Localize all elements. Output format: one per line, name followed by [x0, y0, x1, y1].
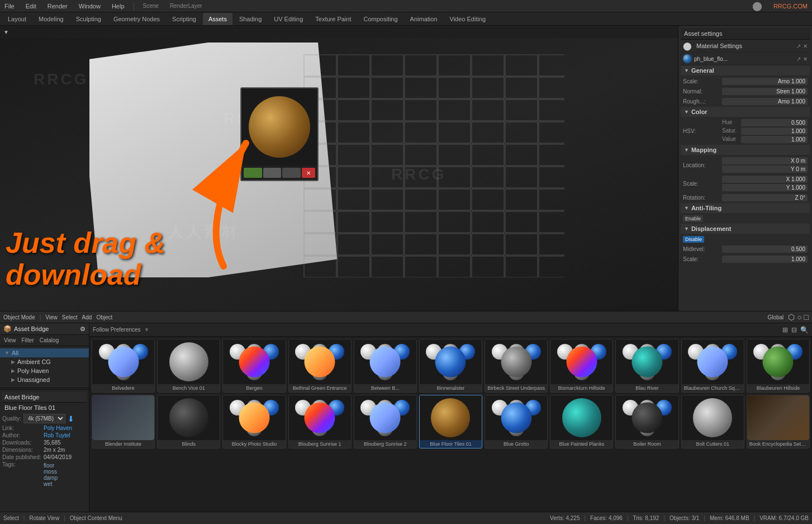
tab-uv-editing[interactable]: UV Editing — [268, 13, 308, 25]
color-section[interactable]: ▼ Color — [681, 107, 810, 117]
loc-x[interactable]: X 0 m — [722, 157, 808, 164]
asset-item-14[interactable]: Blocky Photo Studio — [222, 395, 286, 449]
mat-link-icon[interactable]: ↗ — [796, 56, 801, 62]
general-section[interactable]: ▼ General — [681, 65, 810, 75]
asset-item-15[interactable]: Blouberg Sunrise 1 — [288, 395, 352, 449]
tab-texture-paint[interactable]: Texture Paint — [310, 13, 357, 25]
scale-m-label: Scale: — [683, 181, 722, 187]
scale-x[interactable]: X 1.000 — [722, 176, 808, 183]
asset-item-22[interactable]: Book Encyclopedia Set 01 — [747, 395, 810, 449]
asset-item-12[interactable]: Blender Institute — [92, 395, 155, 449]
tab-compositing[interactable]: Compositing — [358, 13, 403, 25]
tab-assets[interactable]: Assets — [203, 13, 232, 25]
midlevel-value[interactable]: 0.500 — [722, 246, 808, 253]
asset-label-15: Blouberg Sunrise 1 — [289, 440, 351, 448]
loc-y[interactable]: Y 0 m — [722, 166, 808, 173]
tab-scripting[interactable]: Scripting — [167, 13, 202, 25]
asset-item-19[interactable]: Blue Painted Planks — [550, 395, 613, 449]
object-mode-select[interactable]: Object Mode — [3, 314, 35, 320]
asset-item-17[interactable]: Blue Floor Tiles 01 — [419, 395, 482, 449]
asset-item-11[interactable]: Blaubeuren Hillside — [747, 339, 810, 393]
material-popup[interactable]: ✕ — [240, 87, 319, 181]
asset-item-18[interactable]: Blue Grotto — [485, 395, 548, 449]
toolbar-global[interactable]: Global — [767, 314, 783, 320]
tab-animation[interactable]: Animation — [405, 13, 443, 25]
scale-value[interactable]: Arno 1.000 — [722, 78, 808, 85]
asset-item-21[interactable]: Bolt Cutters 01 — [681, 395, 744, 449]
link-val[interactable]: Poly Haven — [44, 425, 87, 431]
popup-btn-red[interactable]: ✕ — [302, 168, 315, 178]
asset-item-9[interactable]: Blau River — [615, 339, 678, 393]
asset-item-13[interactable]: Blinds — [157, 395, 220, 449]
material-settings-row[interactable]: ⬤ Material Settings ↗ ✕ — [681, 40, 810, 53]
asset-item-8[interactable]: Bismarckturn Hillside — [550, 339, 613, 393]
sidebar-catalog[interactable]: Catalog — [38, 337, 60, 344]
tab-sculpting[interactable]: Sculpting — [70, 13, 107, 25]
tree-poly-haven[interactable]: ▶ Poly Haven — [0, 366, 89, 375]
anti-tiling-section[interactable]: ▼ Anti-Tiling — [681, 203, 810, 213]
menu-help[interactable]: Help — [110, 2, 127, 10]
asset-item-6[interactable]: Binnenalster — [419, 339, 482, 393]
tab-geometry-nodes[interactable]: Geometry Nodes — [108, 13, 165, 25]
tab-shading[interactable]: Shading — [234, 13, 267, 25]
toolbar-add[interactable]: Add — [82, 314, 92, 320]
disable-button[interactable]: Disable — [683, 236, 704, 243]
asset-item-7[interactable]: Birbeck Street Underpass — [485, 339, 548, 393]
follow-dropdown[interactable]: ▼ — [144, 327, 150, 333]
status-select[interactable]: Select — [3, 515, 19, 521]
menu-file[interactable]: File — [2, 2, 17, 10]
sidebar-view[interactable]: View — [2, 337, 18, 344]
filter-icon[interactable]: ⊟ — [791, 326, 797, 334]
toolbar-object[interactable]: Object — [96, 314, 112, 320]
asset-item-2[interactable]: Bench Vice 01 — [157, 339, 220, 393]
d-scale-value[interactable]: 1.000 — [722, 256, 808, 263]
popup-btn-green[interactable] — [244, 168, 262, 178]
asset-item-3[interactable]: Bergen — [222, 339, 286, 393]
menu-edit[interactable]: Edit — [23, 2, 39, 10]
viewport-area[interactable]: RRCG RRCG RRCG 人人素材 — [0, 26, 678, 311]
asset-item-1[interactable]: Belvedere — [92, 339, 155, 393]
dimensions-key: Dimensions: — [2, 447, 41, 453]
asset-item-16[interactable]: Blouberg Sunrise 2 — [354, 395, 417, 449]
rough-value[interactable]: Arno 1.000 — [722, 98, 808, 105]
toolbar-select[interactable]: Select — [62, 314, 78, 320]
asset-item-5[interactable]: Between B... — [354, 339, 417, 393]
tab-modeling[interactable]: Modeling — [33, 13, 69, 25]
tab-video-editing[interactable]: Video Editing — [444, 13, 492, 25]
tree-unassigned[interactable]: ▶ Unassigned — [0, 375, 89, 384]
enable-button[interactable]: Enable — [683, 215, 703, 222]
menu-render[interactable]: Render — [45, 2, 70, 10]
status-rotate[interactable]: Rotate View — [29, 515, 59, 521]
material-settings-link[interactable]: ↗ — [796, 43, 801, 49]
satur-val[interactable]: 1.000 — [741, 128, 808, 135]
tab-layout[interactable]: Layout — [2, 13, 32, 25]
material-name-row[interactable]: ph_blue_flo... ↗ ✕ — [681, 53, 810, 65]
rot-z[interactable]: Z 0° — [722, 194, 808, 201]
status-context[interactable]: Object Context Menu — [70, 515, 122, 521]
asset-label-19: Blue Painted Planks — [550, 440, 612, 448]
mapping-section[interactable]: ▼ Mapping — [681, 145, 810, 155]
popup-btn-gray2[interactable] — [282, 168, 301, 178]
search-icon[interactable]: 🔍 — [800, 326, 809, 334]
material-settings-close[interactable]: ✕ — [803, 43, 808, 49]
asset-item-20[interactable]: Boiler Room — [615, 395, 678, 449]
asset-item-4[interactable]: Bethnal Green Entrance — [288, 339, 352, 393]
grid-view-icon[interactable]: ⊞ — [782, 326, 788, 334]
tree-all[interactable]: ▼ All — [0, 348, 89, 357]
asset-item-10[interactable]: Blaubeuren Church Squ... — [681, 339, 744, 393]
quality-select[interactable]: 4k (57MB) 2k (15MB) 1k (4MB) — [23, 414, 65, 423]
hue-val[interactable]: 0.500 — [741, 119, 808, 126]
value-val[interactable]: 1.000 — [741, 136, 808, 143]
follow-preferences[interactable]: Follow Preferences — [93, 327, 141, 333]
menu-window[interactable]: Window — [77, 2, 103, 10]
sidebar-filter[interactable]: Filter — [20, 337, 36, 344]
normal-value[interactable]: Stren 1.000 — [722, 88, 808, 95]
popup-btn-gray1[interactable] — [263, 168, 282, 178]
tree-ambient-cg[interactable]: ▶ Ambient CG — [0, 357, 89, 366]
asset-bridge-settings[interactable]: ⚙ — [80, 325, 86, 333]
download-icon[interactable]: ⬇ — [68, 414, 74, 423]
displacement-section[interactable]: ▼ Displacement — [681, 224, 810, 234]
toolbar-view[interactable]: View — [45, 314, 58, 320]
scale-y[interactable]: Y 1.000 — [722, 184, 808, 191]
mat-close-icon[interactable]: ✕ — [803, 56, 808, 62]
